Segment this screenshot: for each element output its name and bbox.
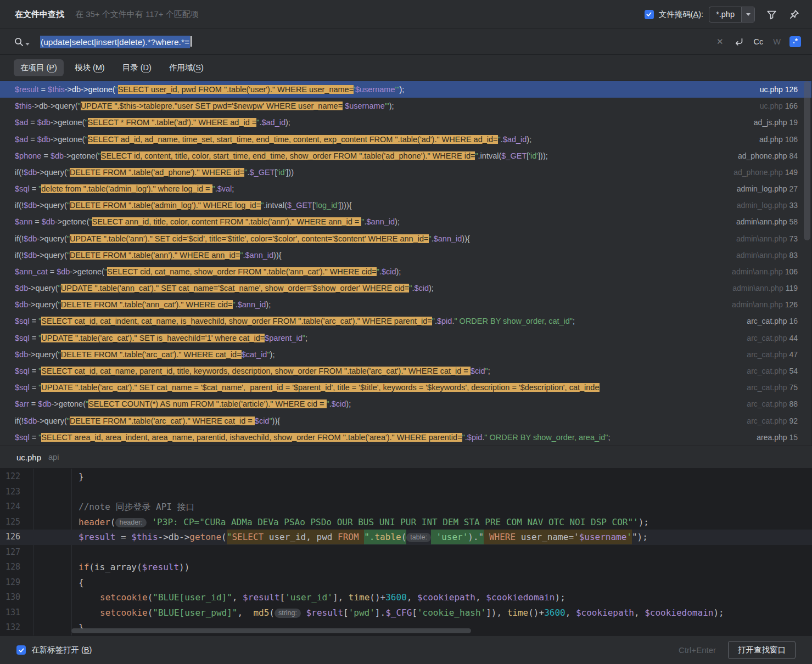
code-segment: ])); bbox=[538, 151, 548, 160]
result-row[interactable]: $ad = $db->getone("SELECT * FROM ".table… bbox=[0, 114, 812, 131]
result-code: $db->query("UPDATE ".table('ann_cat')." … bbox=[15, 284, 725, 292]
result-row[interactable]: $this->db->query("UPDATE ".$this->tablep… bbox=[0, 98, 812, 114]
code-line[interactable]: 131setcookie("BLUE[user_pwd]", md5(strin… bbox=[0, 605, 812, 621]
result-line-number: 149 bbox=[783, 168, 798, 177]
result-row[interactable]: $ann_cat = $db->getone("SELECT cid, cat_… bbox=[0, 263, 812, 280]
result-row[interactable]: $result = $this->db->getone("SELECT user… bbox=[0, 81, 812, 98]
pin-window-button[interactable] bbox=[788, 9, 800, 20]
code-segment: " bbox=[58, 300, 61, 309]
match-case-toggle[interactable]: Cc bbox=[754, 37, 764, 46]
match-highlight: UPDATE ".$this->tablepre."user SET pwd='… bbox=[81, 102, 343, 110]
result-file-info: ad_phone.php 84 bbox=[738, 151, 812, 160]
result-row[interactable]: $sql = "SELECT area_id, area_indent, are… bbox=[0, 429, 812, 446]
result-row[interactable]: if(!$db->query("UPDATE ".table('ann')." … bbox=[0, 230, 812, 247]
code-token: $cookiedomain bbox=[486, 592, 555, 603]
code-segment: = bbox=[30, 383, 39, 392]
result-line-number: 84 bbox=[787, 151, 798, 160]
result-row[interactable]: $db->query("DELETE FROM ".table('ann_cat… bbox=[0, 296, 812, 313]
code-line[interactable]: 124//note 同步登录 API 接口 bbox=[0, 499, 812, 515]
result-row[interactable]: $arr = $db->getone("SELECT COUNT(*) AS n… bbox=[0, 396, 812, 412]
result-row[interactable]: $sql = "UPDATE ".table('arc_cat')." SET … bbox=[0, 379, 812, 396]
newline-button[interactable] bbox=[733, 37, 744, 47]
code-line[interactable]: 126$result = $this->db->getone("SELECT u… bbox=[0, 530, 812, 545]
code-token: [ bbox=[412, 607, 417, 618]
code-token: $username bbox=[579, 530, 627, 544]
search-query-selected-text: (update|select|insert|delete).*?where.*= bbox=[40, 36, 190, 48]
code-segment: = bbox=[48, 267, 57, 276]
code-token: $result bbox=[142, 562, 179, 572]
open-in-new-tab-checkbox[interactable] bbox=[16, 645, 26, 655]
code-line[interactable]: 128if(is_array($result)) bbox=[0, 560, 812, 575]
code-token: 3600 bbox=[385, 592, 407, 603]
code-token: , bbox=[475, 592, 486, 603]
code-line[interactable]: 130setcookie("BLUE[user_id]", $result['u… bbox=[0, 590, 812, 605]
result-row[interactable]: $db->query("UPDATE ".table('ann_cat')." … bbox=[0, 280, 812, 296]
tab-in-project[interactable]: 在项目 (P) bbox=[14, 59, 64, 76]
code-token: getone bbox=[189, 532, 221, 542]
filter-button[interactable] bbox=[766, 9, 777, 20]
result-row[interactable]: if(!$db->query("DELETE FROM ".table('arc… bbox=[0, 412, 812, 429]
code-segment: $_GET bbox=[250, 168, 275, 177]
result-code: if(!$db->query("DELETE FROM ".table('ann… bbox=[15, 251, 729, 260]
code-token: )) bbox=[179, 562, 189, 572]
tab-module[interactable]: 模块 (M) bbox=[68, 59, 111, 76]
result-row[interactable]: $sql = "SELECT cat_id, cat_indent, cat_n… bbox=[0, 313, 812, 329]
result-row[interactable]: if(!$db->query("DELETE FROM ".table('adm… bbox=[0, 197, 812, 213]
code-segment: $db bbox=[24, 234, 37, 243]
search-input[interactable]: (update|select|insert|delete).*?where.*= bbox=[40, 36, 707, 47]
match-highlight: SELECT cid, cat_name, show_order FROM ".… bbox=[107, 267, 377, 276]
result-code: $sql = "delete from ".table('admin_log')… bbox=[15, 184, 729, 193]
tab-scope[interactable]: 作用域(S) bbox=[163, 59, 210, 76]
result-file-name: arc_cat.php bbox=[747, 417, 787, 425]
code-token: ()+ bbox=[369, 592, 385, 603]
result-row[interactable]: $phone = $db->getone("SELECT id, content… bbox=[0, 148, 812, 164]
result-file-name: admin\ann.php bbox=[732, 300, 783, 309]
code-segment: )){ bbox=[462, 234, 470, 243]
regex-toggle[interactable]: .* bbox=[789, 36, 801, 47]
result-row[interactable]: $sql = "SELECT cat_id, cat_name, parent_… bbox=[0, 363, 812, 379]
result-row[interactable]: $sql = "delete from ".table('admin_log')… bbox=[0, 181, 812, 197]
open-find-window-button[interactable]: 打开查找窗口 bbox=[728, 641, 796, 659]
match-highlight: DELETE FROM ".table('admin_log')." WHERE… bbox=[70, 201, 261, 210]
combobox-arrow-button[interactable] bbox=[741, 7, 754, 22]
tab-directory[interactable]: 目录 (D) bbox=[116, 59, 158, 76]
code-segment: ->query( bbox=[28, 300, 58, 309]
results-vertical-scrollbar[interactable] bbox=[804, 81, 810, 240]
result-row[interactable]: $sql = "UPDATE ".table('arc_cat')." SET … bbox=[0, 330, 812, 346]
code-line[interactable]: 123 bbox=[0, 485, 812, 500]
result-code: $sql = "SELECT cat_id, cat_name, parent_… bbox=[15, 367, 739, 375]
result-row[interactable]: $ann = $db->getone("SELECT ann_id, title… bbox=[0, 213, 812, 230]
code-segment: if(! bbox=[15, 201, 24, 210]
search-field[interactable]: (update|select|insert|delete).*?where.*=… bbox=[0, 29, 812, 55]
search-history-button[interactable] bbox=[14, 37, 30, 47]
code-line[interactable]: 129{ bbox=[0, 575, 812, 590]
result-row[interactable]: if(!$db->query("DELETE FROM ".table('ann… bbox=[0, 247, 812, 263]
code-line[interactable]: 125header(header: 'P3P: CP="CURa ADMa DE… bbox=[0, 515, 812, 530]
code-token bbox=[359, 530, 365, 544]
whole-words-toggle[interactable]: W bbox=[773, 37, 781, 46]
result-row[interactable]: $ad = $db->getone("SELECT ad_id, ad_name… bbox=[0, 131, 812, 148]
code-token: 'pwd' bbox=[349, 607, 375, 618]
code-token: "BLUE[user_id]" bbox=[153, 592, 232, 603]
code-token: (is_array( bbox=[89, 562, 142, 572]
code-segment: )){ bbox=[272, 417, 281, 425]
result-row[interactable]: if(!$db->query("DELETE FROM ".table('ad_… bbox=[0, 164, 812, 181]
result-line-number: 27 bbox=[787, 184, 798, 193]
code-segment: $this bbox=[48, 85, 65, 94]
editor-horizontal-scrollbar[interactable] bbox=[71, 628, 471, 633]
code-token: ); bbox=[713, 607, 724, 618]
code-line[interactable]: 122} bbox=[0, 469, 812, 485]
code-token: ]. bbox=[375, 607, 385, 618]
clear-search-button[interactable]: ✕ bbox=[716, 37, 724, 47]
result-file-name: uc.php bbox=[760, 102, 783, 110]
result-file-name: admin\ann.php bbox=[732, 267, 783, 276]
file-mask-combobox[interactable]: *.php bbox=[709, 7, 755, 22]
result-line-number: 16 bbox=[787, 317, 798, 325]
file-mask-checkbox[interactable] bbox=[645, 10, 654, 19]
code-segment: ; bbox=[305, 334, 307, 342]
code-line[interactable]: 127 bbox=[0, 545, 812, 560]
result-row[interactable]: $db->query("DELETE FROM ".table('arc_cat… bbox=[0, 346, 812, 363]
code-preview-editor[interactable]: 122}123124//note 同步登录 API 接口125header(he… bbox=[0, 469, 812, 635]
code-token: 'cookie_hash' bbox=[417, 607, 486, 618]
code-segment: $arr bbox=[15, 399, 29, 408]
